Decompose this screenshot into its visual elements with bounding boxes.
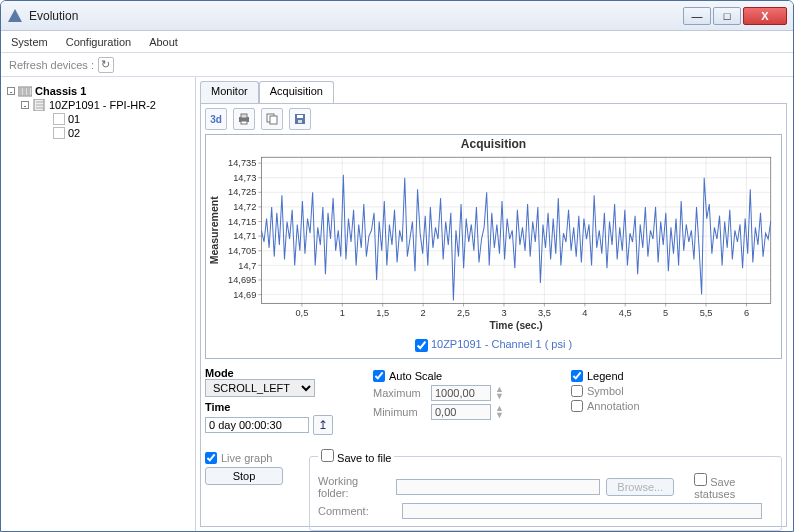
svg-rect-10 [241, 121, 247, 124]
svg-text:Time (sec.): Time (sec.) [489, 320, 542, 331]
channel-icon [53, 113, 65, 125]
svg-text:5: 5 [663, 308, 668, 318]
svg-text:4,5: 4,5 [619, 308, 632, 318]
chart-title: Acquisition [206, 135, 781, 153]
mode-select[interactable]: SCROLL_LEFT [205, 379, 315, 397]
chassis-icon [18, 85, 32, 97]
svg-text:6: 6 [744, 308, 749, 318]
chart-legend: 10ZP1091 - Channel 1 ( psi ) [206, 335, 781, 355]
collapse-icon[interactable]: - [7, 87, 15, 95]
collapse-icon[interactable]: - [21, 101, 29, 109]
chart: Acquisition 14,6914,69514,714,70514,7114… [205, 134, 782, 359]
svg-text:14,705: 14,705 [228, 246, 256, 256]
tree-device[interactable]: - 10ZP1091 - FPI-HR-2 [7, 99, 189, 111]
legend-label: Legend [587, 370, 624, 382]
tree-device-label: 10ZP1091 - FPI-HR-2 [49, 99, 156, 111]
tabs: Monitor Acquisition [200, 81, 787, 103]
svg-text:2,5: 2,5 [457, 308, 470, 318]
svg-text:14,715: 14,715 [228, 217, 256, 227]
menu-system[interactable]: System [11, 36, 48, 48]
legend-checkbox[interactable] [571, 370, 583, 382]
mode-label: Mode [205, 367, 355, 379]
time-upload-button[interactable]: ↥ [313, 415, 333, 435]
svg-rect-14 [297, 115, 303, 118]
device-icon [32, 99, 46, 111]
svg-text:14,71: 14,71 [233, 231, 256, 241]
svg-rect-15 [298, 120, 302, 123]
svg-text:14,725: 14,725 [228, 187, 256, 197]
svg-rect-2 [23, 88, 26, 95]
copy-icon[interactable] [261, 108, 283, 130]
annotation-label: Annotation [587, 400, 640, 412]
svg-rect-12 [270, 116, 277, 124]
browse-button[interactable]: Browse... [606, 478, 674, 496]
max-input [431, 385, 491, 401]
app-icon [7, 8, 23, 24]
svg-text:Measurement: Measurement [209, 196, 220, 265]
tab-panel: 3d Acquisition 14,6914,69514,714,70514,7… [200, 103, 787, 527]
window-title: Evolution [29, 9, 78, 23]
tree-channel-label: 01 [68, 113, 80, 125]
minimize-button[interactable]: — [683, 7, 711, 25]
tree-root[interactable]: - Chassis 1 [7, 85, 189, 97]
comment-label: Comment: [318, 505, 396, 517]
svg-text:14,7: 14,7 [238, 260, 256, 270]
svg-rect-9 [241, 114, 247, 118]
svg-text:14,73: 14,73 [233, 173, 256, 183]
symbol-checkbox[interactable] [571, 385, 583, 397]
svg-text:14,695: 14,695 [228, 275, 256, 285]
tab-acquisition[interactable]: Acquisition [259, 81, 334, 103]
time-label: Time [205, 401, 355, 413]
svg-text:14,735: 14,735 [228, 158, 256, 168]
titlebar: Evolution — □ X [1, 1, 793, 31]
close-button[interactable]: X [743, 7, 787, 25]
spinner-icon: ▲▼ [495, 386, 504, 400]
live-graph-label: Live graph [221, 452, 272, 464]
svg-text:5,5: 5,5 [700, 308, 713, 318]
menu-configuration[interactable]: Configuration [66, 36, 131, 48]
save-statuses-checkbox[interactable] [694, 473, 707, 486]
svg-text:14,72: 14,72 [233, 202, 256, 212]
maximize-button[interactable]: □ [713, 7, 741, 25]
menu-about[interactable]: About [149, 36, 178, 48]
refresh-icon[interactable]: ↻ [98, 57, 114, 73]
stop-button[interactable]: Stop [205, 467, 283, 485]
menubar: System Configuration About [1, 31, 793, 53]
working-folder-input [396, 479, 600, 495]
svg-text:0,5: 0,5 [295, 308, 308, 318]
3d-icon[interactable]: 3d [205, 108, 227, 130]
save-icon[interactable] [289, 108, 311, 130]
min-label: Minimum [373, 406, 427, 418]
min-input [431, 404, 491, 420]
time-input[interactable] [205, 417, 309, 433]
svg-rect-1 [19, 88, 22, 95]
save-to-file-checkbox[interactable] [321, 449, 334, 462]
svg-text:3: 3 [501, 308, 506, 318]
save-to-file-label: Save to file [337, 452, 391, 464]
max-label: Maximum [373, 387, 427, 399]
channel-icon [53, 127, 65, 139]
svg-text:14,69: 14,69 [233, 290, 256, 300]
autoscale-checkbox[interactable] [373, 370, 385, 382]
legend-series-checkbox[interactable] [415, 339, 428, 352]
tree-root-label: Chassis 1 [35, 85, 86, 97]
autoscale-label: Auto Scale [389, 370, 442, 382]
spinner-icon: ▲▼ [495, 405, 504, 419]
svg-rect-3 [27, 88, 30, 95]
live-graph-checkbox[interactable] [205, 452, 217, 464]
refresh-label: Refresh devices : [9, 59, 94, 71]
symbol-label: Symbol [587, 385, 624, 397]
svg-text:3,5: 3,5 [538, 308, 551, 318]
working-folder-label: Working folder: [318, 475, 390, 499]
print-icon[interactable] [233, 108, 255, 130]
tree-channel[interactable]: 01 [7, 113, 189, 125]
device-tree: - Chassis 1 - 10ZP1091 - FPI-HR-2 01 02 [1, 77, 196, 532]
toolbar: Refresh devices : ↻ [1, 53, 793, 77]
svg-text:1,5: 1,5 [376, 308, 389, 318]
annotation-checkbox[interactable] [571, 400, 583, 412]
tree-channel[interactable]: 02 [7, 127, 189, 139]
svg-text:1: 1 [340, 308, 345, 318]
comment-input [402, 503, 762, 519]
tab-monitor[interactable]: Monitor [200, 81, 259, 103]
svg-text:2: 2 [421, 308, 426, 318]
